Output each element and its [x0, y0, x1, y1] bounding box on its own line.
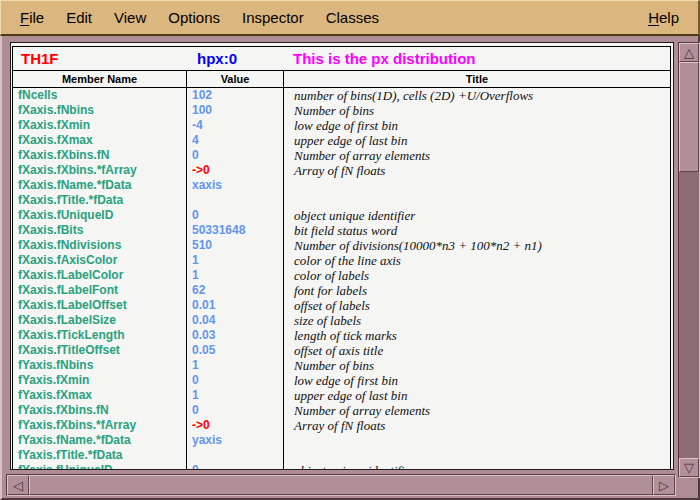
member-name-cell: fXaxis.fXbins.fN — [13, 148, 187, 163]
table-row[interactable]: fYaxis.fUniqueID0object unique identifie… — [13, 463, 670, 470]
vertical-scroll-track[interactable] — [679, 172, 699, 458]
value-cell: 62 — [187, 283, 284, 298]
table-row[interactable]: fXaxis.fXmin-4low edge of first bin — [13, 118, 670, 133]
title-cell — [284, 448, 670, 463]
scroll-left-button[interactable]: ◁ — [7, 475, 29, 495]
table-row[interactable]: fYaxis.fTitle.*fData — [13, 448, 670, 463]
table-row[interactable]: fYaxis.fNbins1Number of bins — [13, 358, 670, 373]
table-title-row: TH1F hpx:0 This is the px distribution — [12, 46, 671, 71]
member-name-cell: fXaxis.fTickLength — [13, 328, 187, 343]
title-cell: Number of array elements — [284, 148, 670, 163]
member-name-cell: fYaxis.fTitle.*fData — [13, 448, 187, 463]
value-cell: xaxis — [187, 178, 284, 193]
table-row[interactable]: fXaxis.fLabelColor1color of labels — [13, 268, 670, 283]
table-row[interactable]: fXaxis.fTitle.*fData — [13, 193, 670, 208]
table-row[interactable]: fXaxis.fLabelOffset0.01offset of labels — [13, 298, 670, 313]
title-cell: Array of fN floats — [284, 418, 670, 433]
menu-item-file[interactable]: File — [9, 7, 55, 28]
member-name-cell: fYaxis.fXbins.*fArray — [13, 418, 187, 433]
horizontal-scrollbar[interactable]: ◁ ▷ — [6, 474, 676, 496]
value-cell — [187, 448, 284, 463]
title-cell: color of the line axis — [284, 253, 670, 268]
table-row[interactable]: fYaxis.fXbins.*fArray->0Array of fN floa… — [13, 418, 670, 433]
table-row[interactable]: fYaxis.fXbins.fN0Number of array element… — [13, 403, 670, 418]
value-cell — [187, 193, 284, 208]
table-header-row: Member Name Value Title — [12, 71, 671, 88]
main-frame: TH1F hpx:0 This is the px distribution M… — [0, 36, 700, 500]
header-member-name: Member Name — [13, 71, 187, 87]
value-cell: 1 — [187, 268, 284, 283]
table-row[interactable]: fYaxis.fXmax1upper edge of last bin — [13, 388, 670, 403]
member-name-cell: fXaxis.fXbins.*fArray — [13, 163, 187, 178]
title-cell: object unique identifier — [284, 463, 670, 470]
table-row[interactable]: fXaxis.fLabelFont62font for labels — [13, 283, 670, 298]
table-row[interactable]: fXaxis.fXbins.*fArray->0Array of fN floa… — [13, 163, 670, 178]
member-name-cell: fXaxis.fBits — [13, 223, 187, 238]
member-name-cell: fYaxis.fName.*fData — [13, 433, 187, 448]
horizontal-scroll-thumb[interactable] — [29, 475, 653, 495]
value-cell: 0 — [187, 148, 284, 163]
table-row[interactable]: fYaxis.fName.*fDatayaxis — [13, 433, 670, 448]
value-cell: 510 — [187, 238, 284, 253]
member-name-cell: fXaxis.fUniqueID — [13, 208, 187, 223]
table-row[interactable]: fXaxis.fUniqueID0object unique identifie… — [13, 208, 670, 223]
value-cell: 102 — [187, 88, 284, 103]
menu-item-edit[interactable]: Edit — [55, 7, 103, 28]
table-row[interactable]: fXaxis.fTitleOffset0.05offset of axis ti… — [13, 343, 670, 358]
title-cell: offset of axis title — [284, 343, 670, 358]
menu-item-help[interactable]: Help — [637, 7, 690, 28]
member-name-cell: fXaxis.fAxisColor — [13, 253, 187, 268]
title-cell: offset of labels — [284, 298, 670, 313]
title-cell: Number of divisions(10000*n3 + 100*n2 + … — [284, 238, 670, 253]
table-row[interactable]: fXaxis.fTickLength0.03length of tick mar… — [13, 328, 670, 343]
value-cell: 1 — [187, 388, 284, 403]
table-row[interactable]: fXaxis.fLabelSize0.04size of labels — [13, 313, 670, 328]
member-name-cell: fYaxis.fXbins.fN — [13, 403, 187, 418]
menu-item-classes[interactable]: Classes — [315, 7, 390, 28]
scroll-up-button[interactable]: △ — [679, 43, 699, 62]
scroll-down-button[interactable]: ▽ — [679, 458, 699, 477]
title-cell: Number of array elements — [284, 403, 670, 418]
table-row[interactable]: fXaxis.fBits50331648bit field status wor… — [13, 223, 670, 238]
title-cell: Array of fN floats — [284, 163, 670, 178]
value-cell: 0 — [187, 373, 284, 388]
title-cell: object unique identifier — [284, 208, 670, 223]
value-cell: yaxis — [187, 433, 284, 448]
table-row[interactable]: fXaxis.fXmax4upper edge of last bin — [13, 133, 670, 148]
title-cell: size of labels — [284, 313, 670, 328]
vertical-scroll-thumb[interactable] — [679, 62, 699, 172]
title-cell: number of bins(1D), cells (2D) +U/Overfl… — [284, 88, 670, 103]
table-row[interactable]: fXaxis.fXbins.fN0Number of array element… — [13, 148, 670, 163]
value-cell: 0.04 — [187, 313, 284, 328]
value-cell: 0.03 — [187, 328, 284, 343]
value-cell: 0 — [187, 403, 284, 418]
scroll-right-button[interactable]: ▷ — [653, 475, 675, 495]
table-row[interactable]: fXaxis.fAxisColor1color of the line axis — [13, 253, 670, 268]
title-cell — [284, 178, 670, 193]
table-row[interactable]: fNcells102number of bins(1D), cells (2D)… — [13, 88, 670, 103]
member-name-cell: fXaxis.fName.*fData — [13, 178, 187, 193]
scroll-left-icon: ◁ — [13, 479, 23, 492]
member-name-cell: fYaxis.fUniqueID — [13, 463, 187, 470]
scroll-up-icon: △ — [684, 46, 694, 59]
member-name-cell: fXaxis.fLabelFont — [13, 283, 187, 298]
member-name-cell: fYaxis.fNbins — [13, 358, 187, 373]
table-row[interactable]: fXaxis.fName.*fDataxaxis — [13, 178, 670, 193]
table-row[interactable]: fXaxis.fNbins100Number of bins — [13, 103, 670, 118]
menu-items: FileEditViewOptionsInspectorClasses — [9, 7, 390, 28]
table-row[interactable]: fXaxis.fNdivisions510Number of divisions… — [13, 238, 670, 253]
menu-item-inspector[interactable]: Inspector — [231, 7, 315, 28]
value-cell: ->0 — [187, 163, 284, 178]
value-cell: 100 — [187, 103, 284, 118]
vertical-scrollbar[interactable]: △ ▽ — [678, 42, 700, 478]
member-name-cell: fXaxis.fNdivisions — [13, 238, 187, 253]
member-name-cell: fXaxis.fLabelSize — [13, 313, 187, 328]
value-cell: 1 — [187, 253, 284, 268]
table-body: fNcells102number of bins(1D), cells (2D)… — [12, 88, 671, 470]
table-row[interactable]: fYaxis.fXmin0low edge of first bin — [13, 373, 670, 388]
title-cell: low edge of first bin — [284, 373, 670, 388]
menu-item-options[interactable]: Options — [157, 7, 231, 28]
title-cell: Number of bins — [284, 103, 670, 118]
header-value: Value — [187, 71, 284, 87]
menu-item-view[interactable]: View — [103, 7, 157, 28]
